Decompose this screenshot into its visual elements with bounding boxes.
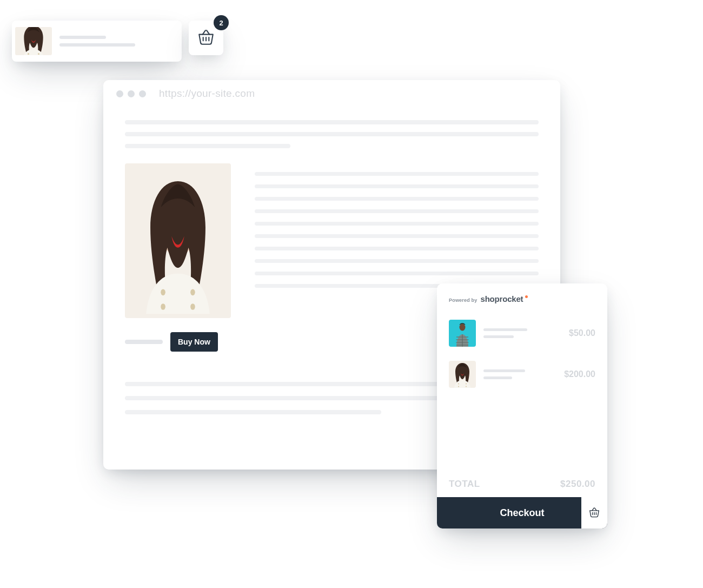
address-bar-url[interactable]: https://your-site.com [159,88,255,100]
basket-button[interactable]: 2 [189,21,223,55]
cart-item-price: $200.00 [564,369,595,379]
cart-item-text-placeholder [483,328,569,338]
page-header-placeholder [125,120,539,148]
cart-total-row: TOTAL $250.00 [437,479,607,497]
basket-count-badge: 2 [214,15,229,30]
browser-titlebar: https://your-site.com [103,80,560,107]
cart-item-text-placeholder [483,369,564,379]
checkout-basket-tile[interactable] [581,497,607,528]
cart-item-thumb [449,320,476,347]
product-chip-thumb [15,27,52,55]
buy-now-button[interactable]: Buy Now [170,332,218,352]
basket-icon [197,29,215,47]
checkout-label: Checkout [500,507,544,519]
window-dot-max[interactable] [139,90,146,97]
brand-name: shoprocket [481,294,523,303]
cart-item[interactable]: $50.00 [449,315,595,351]
cart-header: Powered by shoprocket [437,283,607,307]
window-dot-close[interactable] [116,90,123,97]
cart-item-price: $50.00 [569,328,595,338]
product-chip-text [59,36,178,47]
cart-item[interactable]: $200.00 [449,356,595,392]
cart-item-thumb [449,361,476,388]
cart-total-value: $250.00 [560,479,595,490]
brand-accent-dot [525,295,528,298]
basket-icon [588,507,600,519]
product-title-placeholder [125,340,163,344]
powered-by-label: Powered by [449,298,477,303]
product-chip[interactable] [12,21,182,62]
product-image[interactable] [125,163,231,318]
cart-items: $50.00 $200.00 [437,307,607,398]
checkout-button[interactable]: Checkout [437,497,607,528]
product-card: Buy Now [125,163,231,352]
cart-popover: Powered by shoprocket $50.00 $200.00 TOT… [437,283,607,528]
window-controls[interactable] [116,90,146,97]
window-dot-min[interactable] [128,90,135,97]
cart-total-label: TOTAL [449,479,480,490]
